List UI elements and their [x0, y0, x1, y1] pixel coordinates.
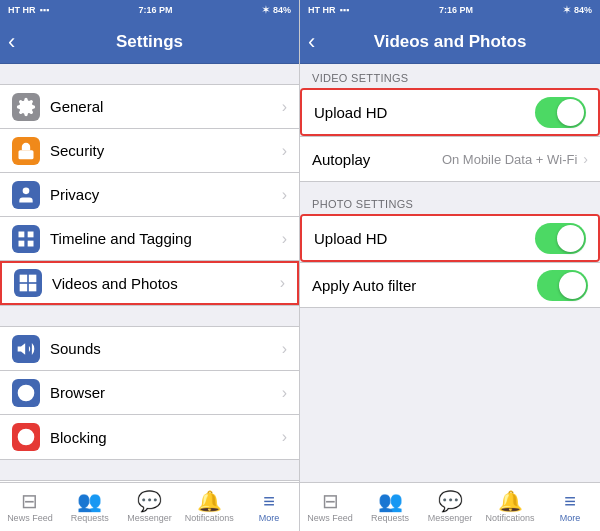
- svg-rect-3: [19, 231, 25, 237]
- notif-icon: 🔔: [197, 491, 222, 511]
- svg-rect-10: [29, 284, 37, 292]
- left-status-bar: HT HR ▪▪▪ 7:16 PM ✶ 84%: [0, 0, 299, 20]
- privacy-icon: [12, 181, 40, 209]
- settings-row-autoplay[interactable]: Autoplay On Mobile Data + Wi-Fi ›: [300, 137, 600, 181]
- security-chevron: ›: [282, 142, 287, 160]
- videos-label: Videos and Photos: [52, 275, 280, 292]
- left-back-button[interactable]: ‹: [8, 29, 15, 55]
- right-bluetooth: ✶: [563, 5, 571, 15]
- section-gap-3: [0, 460, 299, 480]
- r-newsfeed-label: News Feed: [307, 513, 353, 523]
- browser-label: Browser: [50, 384, 282, 401]
- right-battery: 84%: [574, 5, 592, 15]
- section-gap-1: [0, 64, 299, 84]
- tab-notifications-left[interactable]: 🔔 Notifications: [179, 483, 239, 531]
- tab-more-left[interactable]: ≡ More: [239, 483, 299, 531]
- settings-item-blocking[interactable]: Blocking ›: [0, 415, 299, 459]
- svg-marker-11: [18, 343, 26, 355]
- settings-item-general[interactable]: General ›: [0, 85, 299, 129]
- photo-section-header: PHOTO SETTINGS: [300, 190, 600, 214]
- left-nav-title: Settings: [116, 32, 183, 52]
- photo-upload-hd-toggle[interactable]: [535, 223, 586, 254]
- battery-text: 84%: [273, 5, 291, 15]
- right-status-right: ✶ 84%: [563, 5, 592, 15]
- video-upload-hd-toggle[interactable]: [535, 97, 586, 128]
- autoplay-value: On Mobile Data + Wi-Fi: [442, 152, 577, 167]
- video-upload-hd-knob: [557, 99, 584, 126]
- settings-item-videos[interactable]: Videos and Photos ›: [0, 261, 299, 305]
- blocking-icon: [12, 423, 40, 451]
- general-label: General: [50, 98, 282, 115]
- settings-item-security[interactable]: Security ›: [0, 129, 299, 173]
- right-panel: HT HR ▪▪▪ 7:16 PM ✶ 84% ‹ Videos and Pho…: [300, 0, 600, 531]
- sounds-icon-svg: [16, 339, 36, 359]
- right-signal: ▪▪▪: [340, 5, 350, 15]
- requests-icon: 👥: [77, 491, 102, 511]
- photo-upload-hd-knob: [557, 225, 584, 252]
- left-content: General › Security › Privacy ›: [0, 64, 299, 482]
- more-label: More: [259, 513, 280, 523]
- blocking-chevron: ›: [282, 428, 287, 446]
- tab-newsfeed-right[interactable]: ⊟ News Feed: [300, 483, 360, 531]
- right-status-bar: HT HR ▪▪▪ 7:16 PM ✶ 84%: [300, 0, 600, 20]
- settings-section-1: General › Security › Privacy ›: [0, 84, 299, 306]
- auto-filter-knob: [559, 272, 586, 299]
- r-messenger-icon: 💬: [438, 491, 463, 511]
- r-messenger-label: Messenger: [428, 513, 473, 523]
- bluetooth-icon: ✶: [262, 5, 270, 15]
- settings-item-notifications[interactable]: Notifications ›: [0, 481, 299, 482]
- video-section-header: VIDEO SETTINGS: [300, 64, 600, 88]
- timeline-label: Timeline and Tagging: [50, 230, 282, 247]
- tab-messenger-right[interactable]: 💬 Messenger: [420, 483, 480, 531]
- settings-section-3: Notifications › Text Messaging › Followe…: [0, 480, 299, 482]
- tab-notifications-right[interactable]: 🔔 Notifications: [480, 483, 540, 531]
- svg-rect-1: [19, 150, 34, 159]
- left-status-time: 7:16 PM: [139, 5, 173, 15]
- video-settings-list: Autoplay On Mobile Data + Wi-Fi ›: [300, 136, 600, 182]
- settings-item-timeline[interactable]: Timeline and Tagging ›: [0, 217, 299, 261]
- newsfeed-label: News Feed: [7, 513, 53, 523]
- left-panel: HT HR ▪▪▪ 7:16 PM ✶ 84% ‹ Settings Gener…: [0, 0, 300, 531]
- right-nav-header: ‹ Videos and Photos: [300, 20, 600, 64]
- tab-requests-left[interactable]: 👥 Requests: [60, 483, 120, 531]
- section-gap-2: [0, 306, 299, 326]
- svg-rect-7: [20, 275, 28, 283]
- requests-label: Requests: [71, 513, 109, 523]
- blocking-icon-svg: [16, 427, 36, 447]
- videos-icon-svg: [18, 273, 38, 293]
- settings-section-2: Sounds › Browser › Blocking ›: [0, 326, 299, 460]
- signal-icon: ▪▪▪: [40, 5, 50, 15]
- sounds-chevron: ›: [282, 340, 287, 358]
- r-requests-icon: 👥: [378, 491, 403, 511]
- settings-item-sounds[interactable]: Sounds ›: [0, 327, 299, 371]
- r-more-icon: ≡: [564, 491, 576, 511]
- auto-filter-toggle[interactable]: [537, 270, 588, 301]
- tab-newsfeed-left[interactable]: ⊟ News Feed: [0, 483, 60, 531]
- settings-item-browser[interactable]: Browser ›: [0, 371, 299, 415]
- auto-filter-label: Apply Auto filter: [312, 277, 537, 294]
- tab-more-right[interactable]: ≡ More: [540, 483, 600, 531]
- autoplay-label: Autoplay: [312, 151, 442, 168]
- autoplay-chevron: ›: [583, 151, 588, 167]
- left-nav-header: ‹ Settings: [0, 20, 299, 64]
- general-chevron: ›: [282, 98, 287, 116]
- video-upload-hd-highlight: Upload HD: [300, 88, 600, 136]
- settings-item-privacy[interactable]: Privacy ›: [0, 173, 299, 217]
- right-status-time: 7:16 PM: [439, 5, 473, 15]
- right-back-button[interactable]: ‹: [308, 29, 315, 55]
- left-tab-bar: ⊟ News Feed 👥 Requests 💬 Messenger 🔔 Not…: [0, 482, 299, 531]
- settings-row-photo-upload-hd: Upload HD: [302, 216, 598, 260]
- tab-requests-right[interactable]: 👥 Requests: [360, 483, 420, 531]
- browser-icon-svg: [16, 383, 36, 403]
- settings-row-video-upload-hd: Upload HD: [302, 90, 598, 134]
- svg-rect-9: [20, 284, 28, 292]
- svg-rect-5: [28, 240, 34, 246]
- carrier-text: HT HR: [8, 5, 36, 15]
- left-status-right: ✶ 84%: [262, 5, 291, 15]
- security-icon-svg: [16, 141, 36, 161]
- svg-point-2: [23, 187, 30, 194]
- tab-messenger-left[interactable]: 💬 Messenger: [120, 483, 180, 531]
- right-tab-bar: ⊟ News Feed 👥 Requests 💬 Messenger 🔔 Not…: [300, 482, 600, 531]
- photo-upload-hd-label: Upload HD: [314, 230, 535, 247]
- settings-row-auto-filter: Apply Auto filter: [300, 263, 600, 307]
